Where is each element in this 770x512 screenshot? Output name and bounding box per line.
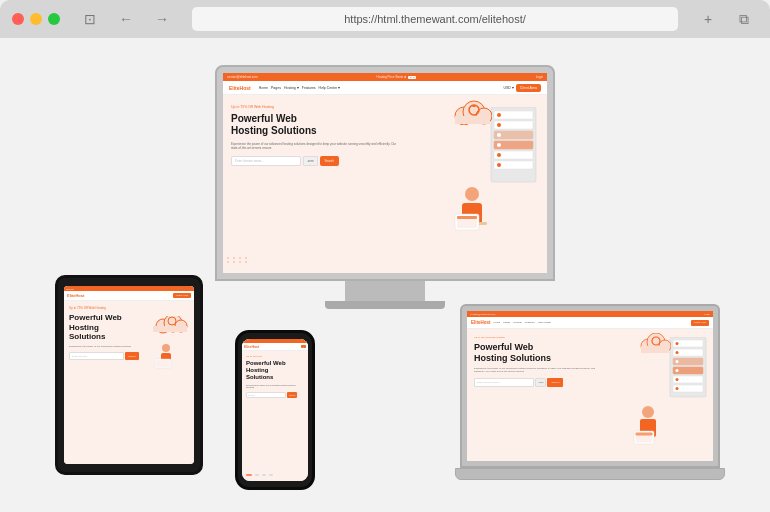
svg-point-18: [497, 153, 501, 157]
nav-features: Features: [302, 86, 316, 90]
site-logo: EliteHost: [229, 85, 251, 91]
tablet-site-content: EliteHost EliteHost Client Area Up to 75…: [64, 286, 194, 464]
svg-point-14: [497, 113, 501, 117]
svg-point-34: [642, 406, 654, 418]
nav-hosting: Hosting ▾: [284, 86, 299, 90]
topbar-login: Login: [536, 75, 543, 79]
phone-title: Powerful WebHostingSolutions: [246, 360, 304, 382]
svg-rect-28: [153, 326, 187, 332]
nav-cta: Client Area: [516, 84, 541, 92]
topbar-middle: Hosting Price Starts at: [377, 75, 407, 79]
traffic-lights: [12, 13, 60, 25]
domain-extension-select: .com: [303, 156, 318, 166]
svg-point-48: [676, 360, 679, 363]
phone-cta: ≡: [301, 345, 306, 348]
topbar-badge: $2.99: [408, 76, 416, 79]
svg-point-15: [497, 123, 501, 127]
phone-tag: Up to 75% Off: [246, 355, 304, 358]
tablet-illustration: [151, 316, 191, 375]
svg-point-17: [497, 143, 501, 147]
laptop-desc: Experience the power of our advanced hos…: [474, 367, 602, 374]
add-tab-button[interactable]: +: [694, 8, 722, 30]
svg-rect-6: [457, 216, 477, 219]
nav-currency: USD ▾: [504, 86, 514, 90]
address-bar[interactable]: https://html.themewant.com/elitehost/: [192, 7, 678, 31]
nav-pages: Pages: [271, 86, 281, 90]
phone-frame: EliteHost ≡ Up to 75% Off Powerful WebHo…: [235, 330, 315, 490]
nav-help: Help Center ▾: [319, 86, 341, 90]
monitor-stand: [345, 281, 425, 301]
phone-screen: EliteHost ≡ Up to 75% Off Powerful WebHo…: [242, 339, 308, 481]
person-illustration: [447, 184, 497, 243]
laptop-server-illustration: [667, 337, 709, 406]
phone-search-btn: Search: [287, 392, 297, 398]
nav-home: Home: [259, 86, 268, 90]
svg-point-19: [497, 163, 501, 167]
svg-rect-55: [641, 346, 669, 353]
sidebar-toggle-button[interactable]: ⊡: [76, 8, 104, 30]
svg-point-16: [497, 133, 501, 137]
svg-rect-33: [156, 360, 170, 367]
topbar-email: contact@elitehost.com: [227, 75, 257, 79]
desktop-site-content: contact@elitehost.com Hosting Price Star…: [223, 73, 547, 273]
site-hero: Up to 75% Off Web Hosting Powerful Web H…: [223, 95, 547, 273]
monitor-frame: contact@elitehost.com Hosting Price Star…: [215, 65, 555, 281]
svg-point-49: [676, 369, 679, 372]
nav-items: Home Pages Hosting ▾ Features Help Cente…: [259, 86, 341, 90]
domain-search-input: Enter domain name...: [231, 156, 301, 166]
tablet-hero-tag: Up to 75% Off Web Hosting: [69, 306, 189, 310]
tablet-frame: EliteHost EliteHost Client Area Up to 75…: [55, 275, 203, 475]
phone-search: domain... Search: [246, 392, 304, 398]
laptop-lid: contact@elitehost.com Login EliteHost Ho…: [460, 304, 720, 468]
search-button: Search: [320, 156, 340, 166]
monitor-base: [325, 301, 445, 309]
laptop-hero: Up to 75% Off Web Hosting Powerful WebHo…: [467, 329, 713, 461]
decorative-dots: [227, 257, 249, 263]
svg-point-0: [465, 187, 479, 201]
maximize-button[interactable]: [48, 13, 60, 25]
phone-navbar: EliteHost ≡: [242, 343, 308, 351]
tablet-cta: Client Area: [173, 293, 191, 298]
svg-point-51: [676, 387, 679, 390]
svg-rect-3: [479, 222, 487, 225]
laptop-screen: contact@elitehost.com Login EliteHost Ho…: [467, 311, 713, 461]
browser-content: contact@elitehost.com Hosting Price Star…: [0, 38, 770, 512]
browser-window: ⊡ ← → https://html.themewant.com/eliteho…: [0, 0, 770, 512]
phone-desc: Experience the power of our advanced hos…: [246, 384, 304, 390]
tablet-device: EliteHost EliteHost Client Area Up to 75…: [55, 275, 203, 475]
laptop-navbar: EliteHost Home Pages Hosting Features He…: [467, 317, 713, 329]
svg-point-47: [676, 351, 679, 354]
laptop-site-content: contact@elitehost.com Login EliteHost Ho…: [467, 311, 713, 461]
tablet-navbar: EliteHost Client Area: [64, 291, 194, 301]
site-navbar: EliteHost Home Pages Hosting ▾ Features …: [223, 81, 547, 95]
server-rack-illustration: [486, 107, 541, 191]
minimize-button[interactable]: [30, 13, 42, 25]
phone-bottom-row: [246, 474, 273, 476]
tablet-search-btn: Search: [125, 352, 139, 360]
desktop-monitor: contact@elitehost.com Hosting Price Star…: [215, 65, 555, 309]
svg-point-50: [676, 378, 679, 381]
svg-point-46: [676, 342, 679, 345]
laptop-base: [455, 468, 725, 480]
browser-titlebar: ⊡ ← → https://html.themewant.com/eliteho…: [0, 0, 770, 38]
forward-button[interactable]: →: [148, 8, 176, 30]
cloud-illustration: [452, 100, 492, 129]
site-topbar: contact@elitehost.com Hosting Price Star…: [223, 73, 547, 81]
hero-description: Experience the power of our advanced hos…: [231, 142, 400, 150]
laptop-cloud-illustration: [639, 333, 671, 357]
svg-rect-38: [636, 433, 653, 436]
back-button[interactable]: ←: [112, 8, 140, 30]
phone-site-content: EliteHost ≡ Up to 75% Off Powerful WebHo…: [242, 339, 308, 481]
devices-showcase: contact@elitehost.com Hosting Price Star…: [25, 55, 745, 495]
laptop-cta: Client Area: [691, 320, 709, 326]
tablet-hero-desc: Experience the power of our advanced hos…: [69, 345, 141, 349]
svg-rect-23: [455, 116, 490, 124]
svg-point-30: [162, 344, 170, 352]
duplicate-tab-button[interactable]: ⧉: [730, 8, 758, 30]
laptop-person-illustration: [628, 404, 668, 456]
phone-device: EliteHost ≡ Up to 75% Off Powerful WebHo…: [235, 330, 315, 490]
close-button[interactable]: [12, 13, 24, 25]
laptop-device: contact@elitehost.com Login EliteHost Ho…: [460, 304, 725, 480]
url-text: https://html.themewant.com/elitehost/: [344, 13, 526, 25]
phone-hero: Up to 75% Off Powerful WebHostingSolutio…: [242, 351, 308, 400]
